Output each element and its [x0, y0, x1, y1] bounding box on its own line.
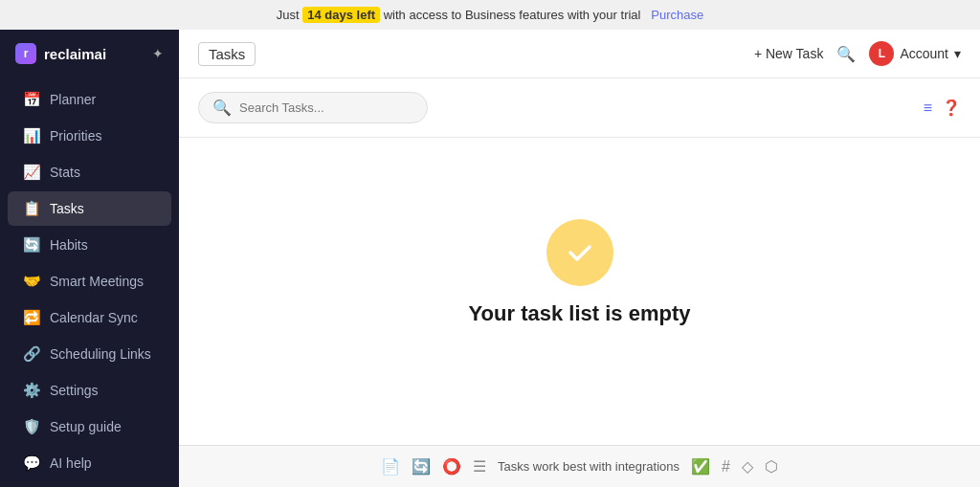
sidebar-item-ai-help-label: AI help: [50, 455, 92, 471]
sidebar-item-contact-support[interactable]: 🎧 Contact support: [8, 482, 171, 487]
setup-guide-icon: 🛡️: [23, 418, 40, 435]
tasks-icon: 📋: [23, 200, 40, 217]
sidebar-item-setup-guide[interactable]: 🛡️ Setup guide: [8, 410, 171, 444]
priorities-icon: 📊: [23, 127, 40, 144]
bottom-icon-diamond: ◇: [742, 457, 753, 476]
bottom-bar-message: Tasks work best with integrations: [498, 459, 679, 474]
sidebar-item-planner-label: Planner: [50, 92, 96, 107]
sidebar-item-stats[interactable]: 📈 Stats: [8, 155, 171, 189]
smart-meetings-icon: 🤝: [23, 273, 40, 290]
empty-state: Your task list is empty: [179, 138, 980, 445]
search-input-wrap[interactable]: 🔍: [198, 92, 428, 123]
purchase-link[interactable]: Purchase: [651, 8, 703, 22]
bottom-icon-1: 📄: [381, 457, 400, 476]
sidebar-item-smart-meetings-label: Smart Meetings: [50, 274, 144, 289]
sidebar-item-habits-label: Habits: [50, 237, 88, 253]
bottom-icon-2: 🔄: [412, 457, 431, 476]
sidebar-item-scheduling-links[interactable]: 🔗 Scheduling Links: [8, 337, 171, 371]
sidebar-item-scheduling-links-label: Scheduling Links: [50, 346, 151, 362]
logo-text: reclaimai: [44, 46, 106, 62]
account-button[interactable]: L Account ▾: [869, 41, 961, 66]
banner-prefix: Just: [277, 8, 302, 22]
sidebar-item-setup-guide-label: Setup guide: [50, 419, 122, 434]
search-input[interactable]: [239, 100, 413, 115]
account-label: Account: [900, 46, 948, 61]
tasks-main: 🔍 ≡ ❓ Your task list is empty: [179, 78, 980, 445]
bottom-icon-hash: #: [722, 458, 730, 476]
habits-icon: 🔄: [23, 236, 40, 254]
trial-banner: Just 14 days left with access to Busines…: [0, 0, 980, 30]
page-title: Tasks: [198, 42, 256, 66]
sidebar-item-calendar-sync[interactable]: 🔁 Calendar Sync: [8, 300, 171, 335]
empty-state-icon: [546, 219, 613, 286]
sidebar-item-stats-label: Stats: [50, 165, 80, 180]
filter-icon[interactable]: ≡: [924, 100, 932, 117]
help-icon[interactable]: ❓: [942, 99, 961, 117]
bottom-icon-4: ☰: [473, 457, 486, 476]
header-right: + New Task 🔍 L Account ▾: [754, 41, 961, 66]
planner-icon: 📅: [23, 91, 40, 108]
scheduling-links-icon: 🔗: [23, 345, 40, 363]
header-search-icon[interactable]: 🔍: [836, 45, 856, 63]
account-avatar: L: [869, 41, 894, 66]
sidebar-item-tasks[interactable]: 📋 Tasks: [8, 191, 171, 226]
search-bar-area: 🔍 ≡ ❓: [179, 78, 980, 138]
sidebar: r reclaimai ✦ 📅 Planner 📊 Priorities 📈 S…: [0, 30, 179, 487]
sidebar-header: r reclaimai ✦: [0, 30, 179, 77]
bottom-icon-3: ⭕: [442, 457, 461, 476]
calendar-sync-icon: 🔁: [23, 309, 40, 326]
bottom-bar: 📄 🔄 ⭕ ☰ Tasks work best with integration…: [179, 445, 980, 487]
logo-area: r reclaimai: [15, 43, 106, 64]
bottom-icon-check: ✅: [691, 457, 710, 476]
sidebar-item-settings-label: Settings: [50, 383, 99, 398]
new-task-button[interactable]: + New Task: [754, 46, 824, 61]
logo-icon: r: [15, 43, 36, 64]
sidebar-item-settings[interactable]: ⚙️ Settings: [8, 373, 171, 408]
sidebar-nav: 📅 Planner 📊 Priorities 📈 Stats 📋 Tasks 🔄…: [0, 77, 179, 487]
days-left-badge: 14 days left: [302, 7, 380, 23]
empty-state-title: Your task list is empty: [469, 301, 691, 326]
sidebar-item-planner[interactable]: 📅 Planner: [8, 82, 171, 117]
banner-suffix: with access to Business features with yo…: [384, 8, 641, 22]
sidebar-item-ai-help[interactable]: 💬 AI help: [8, 446, 171, 480]
ai-help-icon: 💬: [23, 454, 40, 472]
sidebar-item-priorities-label: Priorities: [50, 128, 101, 144]
content-header: Tasks + New Task 🔍 L Account ▾: [179, 30, 980, 78]
search-right-icons: ≡ ❓: [924, 99, 961, 117]
sidebar-item-habits[interactable]: 🔄 Habits: [8, 228, 171, 262]
pin-icon[interactable]: ✦: [152, 46, 164, 61]
sidebar-item-calendar-sync-label: Calendar Sync: [50, 310, 138, 325]
sidebar-item-priorities[interactable]: 📊 Priorities: [8, 119, 171, 153]
sidebar-item-tasks-label: Tasks: [50, 201, 84, 216]
bottom-icon-network: ⬡: [765, 457, 778, 476]
stats-icon: 📈: [23, 164, 40, 181]
settings-icon: ⚙️: [23, 382, 40, 399]
search-icon: 🔍: [212, 99, 232, 117]
sidebar-item-smart-meetings[interactable]: 🤝 Smart Meetings: [8, 264, 171, 299]
account-chevron-icon: ▾: [954, 46, 961, 61]
content-area: Tasks + New Task 🔍 L Account ▾ 🔍: [179, 30, 980, 487]
